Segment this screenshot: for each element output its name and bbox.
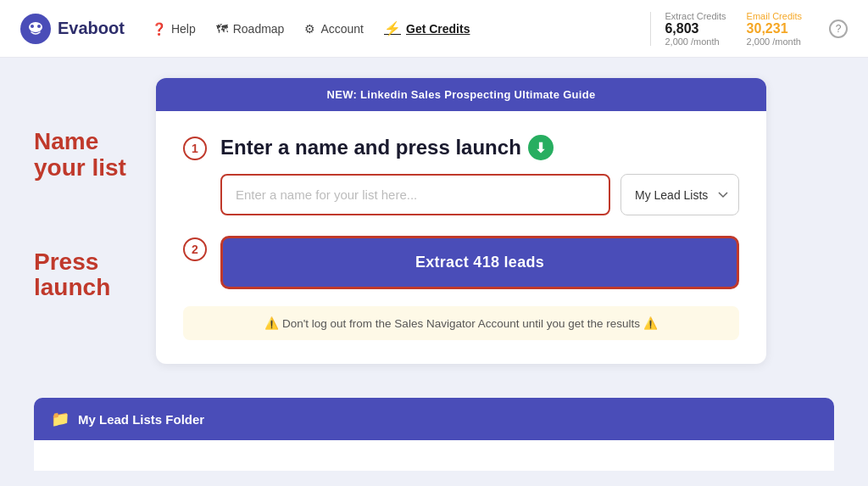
lead-lists-select[interactable]: My Lead Lists [620,174,739,215]
email-credits-value: 30,231 [747,21,802,36]
warning-box: ⚠️ Don't log out from the Sales Navigato… [183,306,739,340]
list-name-input[interactable] [220,174,610,215]
step1-content: Enter a name and press launch ⬇ My Lead … [220,135,739,219]
credits-help-icon[interactable]: ? [829,20,848,38]
lightning-icon: ⚡ [384,20,401,36]
get-credits-button[interactable]: ⚡ Get Credits [384,20,470,36]
input-row: My Lead Lists [220,174,739,215]
card-body: 1 Enter a name and press launch ⬇ My Lea… [156,111,766,364]
app-header: Evaboot ❓ Help 🗺 Roadmap ⚙ Account ⚡ Get… [0,0,868,58]
header-divider [650,12,651,46]
card-title-text: Enter a name and press launch [220,136,521,159]
nav-help-label: Help [171,22,196,36]
get-credits-label: Get Credits [406,22,470,36]
folder-section[interactable]: 📁 My Lead Lists Folder [34,398,834,440]
step2-content: Extract 418 leads [220,236,739,289]
extract-credits-label: Extract Credits [665,11,726,21]
card-banner[interactable]: NEW: Linkedin Sales Prospecting Ultimate… [156,78,766,111]
extract-credits-value: 6,803 [665,21,726,36]
folder-icon: 📁 [51,410,70,428]
folder-content-area [34,440,834,471]
svg-point-3 [37,25,41,28]
extract-leads-button[interactable]: Extract 418 leads [220,236,739,289]
account-icon: ⚙ [304,22,315,36]
main-content: Nameyour list Presslaunch NEW: Linkedin … [0,58,868,384]
email-credits-sub: 2,000 /month [747,36,802,47]
folder-title: My Lead Lists Folder [78,412,204,427]
roadmap-icon: 🗺 [216,22,228,36]
email-credits-label: Email Credits [747,11,802,21]
step1-badge: 1 [183,137,207,160]
nav-roadmap[interactable]: 🗺 Roadmap [216,22,285,36]
nav-account[interactable]: ⚙ Account [304,22,364,36]
sidebar-label-name-list: Nameyour list [34,129,136,182]
step1-row: 1 Enter a name and press launch ⬇ My Lea… [183,135,739,219]
nav-bar: ❓ Help 🗺 Roadmap ⚙ Account ⚡ Get Credits [152,20,637,36]
extract-credits-sub: 2,000 /month [665,36,726,47]
evaboot-logo-icon [20,14,51,44]
help-icon: ❓ [152,22,166,36]
extract-credits-block: Extract Credits 6,803 2,000 /month [665,11,726,47]
sidebar-label-press-launch: Presslaunch [34,249,136,302]
logo-text: Evaboot [58,19,125,38]
logo[interactable]: Evaboot [20,14,125,44]
email-credits-block: Email Credits 30,231 2,000 /month [747,11,802,47]
credits-section: Extract Credits 6,803 2,000 /month Email… [665,11,848,47]
card-title: Enter a name and press launch ⬇ [220,135,739,160]
nav-account-label: Account [320,22,364,36]
step2-badge: 2 [183,237,207,261]
nav-roadmap-label: Roadmap [233,22,285,36]
nav-help[interactable]: ❓ Help [152,22,196,36]
step2-row: 2 Extract 418 leads [183,236,739,289]
download-icon: ⬇ [528,135,554,160]
sidebar-instruction-labels: Nameyour list Presslaunch [34,78,136,364]
svg-point-2 [31,25,34,28]
main-card: NEW: Linkedin Sales Prospecting Ultimate… [156,78,766,364]
